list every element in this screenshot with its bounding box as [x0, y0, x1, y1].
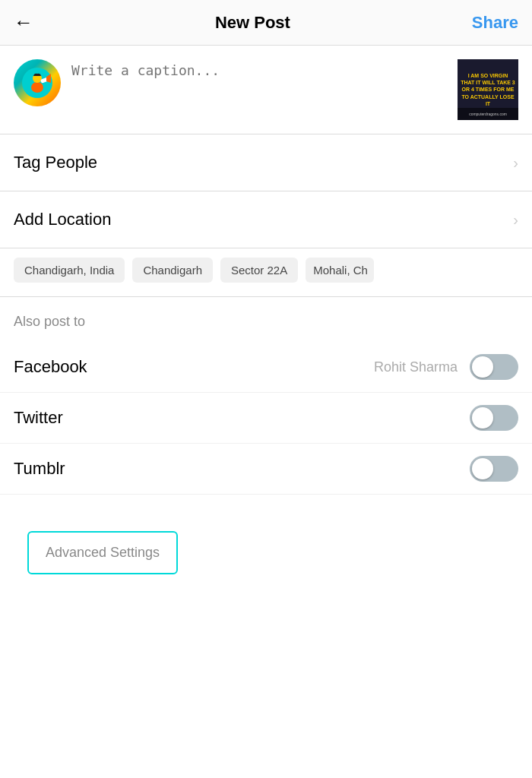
svg-point-1 — [31, 82, 43, 93]
toggle-knob — [472, 407, 493, 429]
location-chip[interactable]: Mohali, Ch — [306, 258, 374, 283]
facebook-account: Rohit Sharma — [374, 359, 458, 375]
also-post-title: Also post to — [14, 314, 518, 330]
caption-area: I AM SO VIRGIN THAT IT WILL TAKE 3 OR 4 … — [0, 46, 532, 134]
thumbnail-overlay: computerdragons.com — [458, 108, 518, 120]
advanced-settings-button[interactable]: Advanced Settings — [27, 531, 178, 574]
caption-input[interactable] — [71, 59, 447, 110]
tag-people-label: Tag People — [14, 153, 97, 172]
share-button[interactable]: Share — [472, 13, 518, 33]
tumblr-toggle[interactable] — [470, 456, 518, 482]
toggle-knob — [472, 356, 493, 378]
facebook-label: Facebook — [14, 357, 87, 377]
add-location-label: Add Location — [14, 210, 111, 229]
post-thumbnail: I AM SO VIRGIN THAT IT WILL TAKE 3 OR 4 … — [458, 59, 518, 120]
also-post-section: Also post to — [0, 297, 532, 342]
location-chips-container: Chandigarh, India Chandigarh Sector 22A … — [0, 248, 532, 297]
add-location-row[interactable]: Add Location › — [0, 191, 532, 248]
twitter-toggle[interactable] — [470, 405, 518, 431]
page-title: New Post — [215, 13, 290, 33]
tumblr-label: Tumblr — [14, 459, 65, 479]
location-chip[interactable]: Chandigarh, India — [14, 258, 125, 283]
chevron-right-icon: › — [513, 154, 518, 172]
twitter-label: Twitter — [14, 408, 63, 428]
facebook-right: Rohit Sharma — [374, 354, 518, 380]
location-chip[interactable]: Sector 22A — [220, 258, 298, 283]
facebook-row: Facebook Rohit Sharma — [0, 342, 532, 393]
avatar — [14, 59, 61, 106]
thumbnail-text: I AM SO VIRGIN THAT IT WILL TAKE 3 OR 4 … — [458, 69, 518, 109]
location-chip[interactable]: Chandigarh — [132, 258, 213, 283]
header: ← New Post Share — [0, 0, 532, 46]
advanced-settings-label: Advanced Settings — [46, 545, 160, 560]
tumblr-row: Tumblr — [0, 444, 532, 495]
facebook-toggle[interactable] — [470, 354, 518, 380]
chevron-right-icon: › — [513, 211, 518, 229]
twitter-right — [470, 405, 518, 431]
back-button[interactable]: ← — [14, 11, 33, 34]
tumblr-right — [470, 456, 518, 482]
toggle-knob — [472, 458, 493, 479]
tag-people-row[interactable]: Tag People › — [0, 134, 532, 191]
twitter-row: Twitter — [0, 393, 532, 444]
